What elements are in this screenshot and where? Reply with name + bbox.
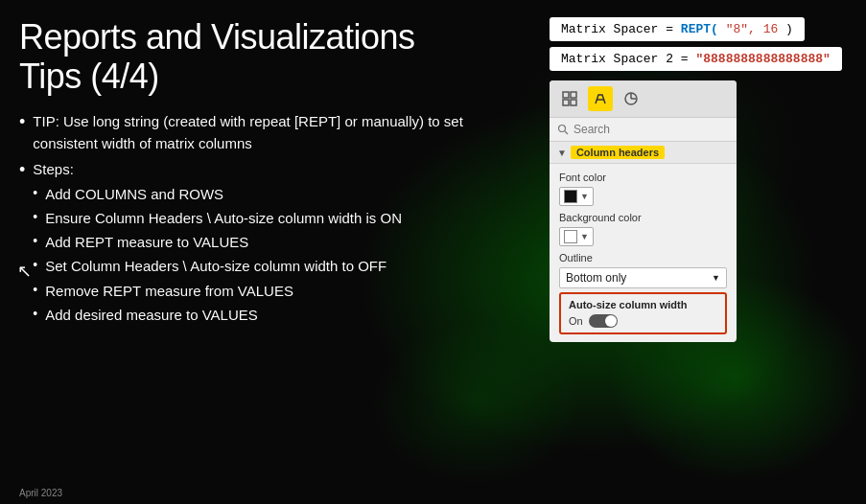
dropdown-arrow: ▼ bbox=[580, 192, 589, 201]
panel-body: Font color ▼ Background color ▼ Outline … bbox=[550, 164, 737, 342]
background-color-label: Background color bbox=[559, 212, 727, 223]
main-bullets: TIP: Use long string (created with repea… bbox=[19, 110, 530, 328]
sub-list-item: Ensure Column Headers \ Auto-size column… bbox=[33, 207, 402, 229]
color-box bbox=[564, 190, 577, 203]
steps-section: Steps: Add COLUMNS and ROWS Ensure Colum… bbox=[33, 158, 402, 328]
formula-result: "8888888888888888" bbox=[695, 52, 830, 66]
svg-rect-3 bbox=[571, 100, 576, 105]
svg-rect-0 bbox=[563, 92, 569, 98]
chevron-down-icon: ▼ bbox=[557, 148, 567, 158]
toggle-row: On bbox=[569, 314, 717, 328]
bg-color-swatch[interactable]: ▼ bbox=[559, 227, 594, 246]
format-tab[interactable] bbox=[588, 86, 613, 111]
svg-rect-2 bbox=[563, 100, 569, 105]
section-header[interactable]: ▼ Column headers bbox=[550, 142, 737, 164]
right-panel: Matrix Spacer = REPT( "8", 16 ) Matrix S… bbox=[550, 17, 847, 493]
sub-list-item: Remove REPT measure from VALUES bbox=[33, 280, 402, 302]
autosize-toggle[interactable] bbox=[589, 314, 618, 328]
formula-box-2: Matrix Spacer 2 = "8888888888888888" bbox=[550, 47, 842, 71]
cursor-pointer: ↖ bbox=[17, 263, 32, 280]
color-box-bg bbox=[564, 230, 577, 243]
svg-line-9 bbox=[565, 131, 568, 134]
sub-list-item: Add REPT measure to VALUES bbox=[33, 231, 402, 253]
formula-fn: REPT( bbox=[681, 22, 718, 36]
section-label: Column headers bbox=[571, 146, 665, 159]
outline-label: Outline bbox=[559, 252, 727, 263]
dropdown-chevron-icon: ▼ bbox=[712, 273, 720, 283]
list-item: Steps: Add COLUMNS and ROWS Ensure Colum… bbox=[19, 158, 530, 328]
panel-tabs bbox=[550, 80, 737, 118]
outline-dropdown[interactable]: Bottom only ▼ bbox=[559, 267, 727, 288]
toggle-label: On bbox=[569, 315, 583, 327]
sub-list-item: Add COLUMNS and ROWS bbox=[33, 183, 402, 205]
svg-point-8 bbox=[559, 126, 566, 132]
autosize-label: Auto-size column width bbox=[569, 299, 717, 310]
autosize-section: Auto-size column width On bbox=[559, 292, 727, 334]
search-input[interactable] bbox=[573, 123, 729, 136]
sub-list-item: Add desired measure to VALUES bbox=[33, 304, 402, 326]
outline-value: Bottom only bbox=[566, 271, 626, 285]
search-icon bbox=[557, 124, 569, 135]
search-bar[interactable] bbox=[550, 118, 737, 142]
toggle-thumb bbox=[605, 315, 617, 327]
page-title: Reports and Visualizations Tips (4/4) bbox=[19, 17, 530, 97]
font-color-label: Font color bbox=[559, 172, 727, 183]
left-panel: Reports and Visualizations Tips (4/4) TI… bbox=[19, 17, 550, 493]
font-color-swatch[interactable]: ▼ bbox=[559, 187, 594, 206]
sub-list: Add COLUMNS and ROWS Ensure Column Heade… bbox=[33, 183, 402, 327]
sub-list-item: Set Column Headers \ Auto-size column wi… bbox=[33, 255, 402, 277]
formula-box-1: Matrix Spacer = REPT( "8", 16 ) bbox=[550, 17, 805, 41]
analytics-tab[interactable] bbox=[619, 86, 644, 111]
list-item: TIP: Use long string (created with repea… bbox=[19, 110, 530, 155]
dropdown-arrow-bg: ▼ bbox=[580, 232, 589, 241]
format-panel: ▼ Column headers Font color ▼ Background… bbox=[550, 80, 737, 342]
formula-arg: "8", 16 bbox=[718, 22, 785, 36]
svg-rect-1 bbox=[571, 92, 576, 98]
fields-tab[interactable] bbox=[557, 86, 582, 111]
